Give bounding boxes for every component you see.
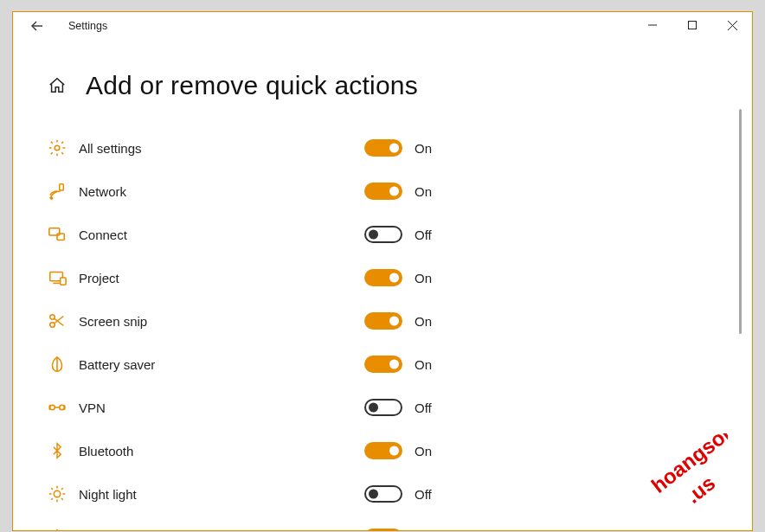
window-controls <box>633 12 752 38</box>
titlebar: Settings <box>13 12 752 40</box>
toggle-screen-snip[interactable] <box>364 312 402 330</box>
close-icon <box>728 21 737 30</box>
svg-point-8 <box>50 315 55 320</box>
toggle-project[interactable] <box>364 269 402 286</box>
item-label: Project <box>79 271 364 285</box>
vpn-icon <box>48 398 67 417</box>
item-label: Brightness <box>79 530 364 531</box>
svg-point-3 <box>51 197 53 199</box>
toggle-state: Off <box>415 401 432 415</box>
brightness-icon <box>48 528 67 530</box>
item-battery-saver: Battery saver On <box>48 343 717 386</box>
item-label: Connect <box>79 228 364 242</box>
item-all-settings: All settings On <box>48 126 717 170</box>
svg-point-11 <box>60 405 65 410</box>
toggle-state: Off <box>415 487 432 502</box>
maximize-button[interactable] <box>672 12 712 38</box>
toggle-state: On <box>415 444 432 458</box>
toggle-night-light[interactable] <box>364 485 402 503</box>
svg-point-12 <box>54 490 60 497</box>
toggle-bluetooth[interactable] <box>364 442 402 459</box>
minimize-button[interactable] <box>633 12 672 38</box>
leaf-icon <box>48 355 67 374</box>
app-title: Settings <box>68 20 107 32</box>
item-label: Screen snip <box>79 314 364 329</box>
item-network: Network On <box>48 170 717 213</box>
svg-rect-0 <box>689 22 697 29</box>
toggle-all-settings[interactable] <box>364 139 402 157</box>
project-icon <box>48 268 67 287</box>
settings-window: Settings Add or remove quick actions <box>12 11 753 531</box>
toggle-brightness[interactable] <box>364 529 402 530</box>
item-label: Battery saver <box>79 357 364 372</box>
toggle-network[interactable] <box>364 183 402 200</box>
connect-icon <box>48 225 67 244</box>
svg-point-1 <box>55 145 60 151</box>
item-screen-snip: Screen snip On <box>48 299 717 343</box>
item-label: All settings <box>79 141 364 156</box>
close-button[interactable] <box>712 12 752 38</box>
item-label: Bluetooth <box>79 444 364 458</box>
item-bluetooth: Bluetooth On <box>48 429 717 472</box>
svg-point-9 <box>50 323 55 328</box>
toggle-state: On <box>415 357 432 372</box>
toggle-connect[interactable] <box>364 226 402 243</box>
item-connect: Connect Off <box>48 213 717 256</box>
toggle-battery-saver[interactable] <box>364 356 402 373</box>
item-label: VPN <box>79 401 364 415</box>
toggle-state: On <box>415 141 432 156</box>
item-brightness: Brightness On <box>48 516 717 530</box>
back-button[interactable] <box>27 16 48 36</box>
item-project: Project On <box>48 256 717 299</box>
home-icon[interactable] <box>48 76 67 95</box>
content-area: Add or remove quick actions All settings… <box>13 40 752 530</box>
item-label: Night light <box>79 487 364 502</box>
minimize-icon <box>648 21 657 29</box>
network-icon <box>48 182 67 201</box>
toggle-state: On <box>415 184 432 199</box>
bluetooth-icon <box>48 441 67 460</box>
scrollbar-thumb[interactable] <box>739 109 742 334</box>
item-vpn: VPN Off <box>48 386 717 429</box>
page-header: Add or remove quick actions <box>48 71 717 100</box>
quick-actions-list: All settings On Network On Connect Off <box>48 126 717 530</box>
arrow-left-icon <box>30 19 44 33</box>
item-night-light: Night light Off <box>48 472 717 516</box>
scissors-icon <box>48 311 67 330</box>
page-title: Add or remove quick actions <box>86 71 418 100</box>
toggle-state: Off <box>415 228 432 242</box>
toggle-state: On <box>415 530 432 531</box>
toggle-state: On <box>415 314 432 329</box>
svg-point-10 <box>50 405 55 410</box>
sun-icon <box>48 484 67 503</box>
gear-icon <box>48 138 67 157</box>
toggle-state: On <box>415 271 432 285</box>
maximize-icon <box>688 21 697 29</box>
svg-rect-2 <box>60 184 64 190</box>
toggle-vpn[interactable] <box>364 399 402 416</box>
item-label: Network <box>79 184 364 199</box>
svg-rect-7 <box>61 278 66 285</box>
